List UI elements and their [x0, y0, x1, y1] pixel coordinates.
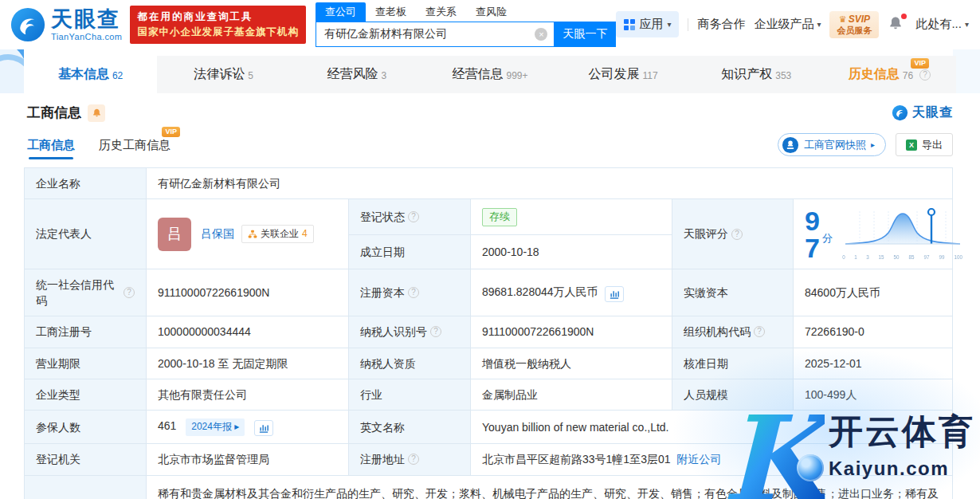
nearby-companies-link[interactable]: 附近公司 — [676, 453, 721, 466]
table-row: 营业期限 2000-10-18 至 无固定期限 纳税人资质 增值税一般纳税人 核… — [25, 348, 953, 379]
tab-history-info[interactable]: VIP 历史信息76 ? — [823, 56, 956, 93]
section-header: 工商信息 天眼查 — [24, 93, 956, 122]
header: 天眼查 TianYanCha.com 都在用的商业查询工具 国家中小企业发展子基… — [0, 0, 980, 49]
svip-sublabel: 会员服务 — [837, 26, 872, 36]
account-menu[interactable]: 此处有... ▾ — [915, 17, 969, 32]
notification-dot — [901, 14, 907, 19]
reg-number-label: 工商注册号 — [25, 316, 147, 348]
company-tabs: 基本信息62 法律诉讼5 经营风险3 经营信息999+ 公司发展117 知识产权… — [24, 56, 956, 93]
taxpayer-quality-value: 增值税一般纳税人 — [471, 348, 672, 379]
paid-capital-label: 实缴资本 — [672, 269, 794, 316]
reg-authority-value: 北京市市场监督管理局 — [147, 444, 349, 475]
tab-legal-litigation[interactable]: 法律诉讼5 — [157, 56, 290, 93]
tianyancha-logo[interactable]: 天眼查 TianYanCha.com — [10, 6, 122, 43]
table-row: 工商注册号 100000000034444 纳税人识别号? 9111000072… — [25, 316, 953, 348]
table-row: 企业名称 有研亿金新材料有限公司 — [25, 168, 953, 199]
approval-date-label: 核准日期 — [672, 348, 794, 379]
chevron-down-icon: ▾ — [965, 20, 969, 29]
legal-rep-link[interactable]: 吕保国 — [201, 226, 234, 242]
company-name-label: 企业名称 — [25, 168, 147, 199]
chevron-down-icon: ▾ — [817, 20, 821, 29]
subtab-actions: 工商官网快照 ▸ X 导出 — [778, 133, 953, 159]
help-icon[interactable]: ? — [754, 326, 765, 337]
reg-capital-value: 89681.828044万人民币 — [471, 269, 672, 316]
divider — [688, 18, 688, 31]
help-icon[interactable]: ? — [430, 326, 441, 337]
search-tab-relations[interactable]: 查关系 — [416, 2, 466, 22]
apps-menu[interactable]: 应用 ▾ — [616, 11, 679, 37]
notification-bell[interactable] — [888, 15, 907, 34]
score-axis-ticks: 01 315 5085 9799 100 — [842, 253, 963, 261]
org-code-value: 72266190-0 — [794, 316, 953, 348]
tab-operation-risk[interactable]: 经营风险3 — [290, 56, 423, 93]
search-input[interactable] — [316, 22, 555, 47]
slogan-badge: 都在用的商业查询工具 国家中小企业发展子基金旗下机构 — [130, 6, 306, 45]
vip-badge: VIP — [162, 127, 180, 137]
reg-capital-label: 注册资本? — [349, 269, 471, 316]
business-term-value: 2000-10-18 至 无固定期限 — [147, 348, 349, 379]
insured-value: 461 2024年报 ▸ — [147, 411, 349, 444]
apps-label: 应用 — [639, 17, 663, 32]
taxpayer-id-label: 纳税人识别号? — [349, 316, 471, 348]
paid-capital-value: 84600万人民币 — [794, 269, 953, 316]
business-term-label: 营业期限 — [25, 348, 147, 379]
stamp-icon — [782, 136, 799, 154]
help-icon[interactable]: ? — [919, 69, 931, 81]
search-button[interactable]: 天眼一下 — [554, 22, 616, 47]
banner-wave-decoration — [0, 49, 24, 93]
search-tab-boss[interactable]: 查老板 — [366, 2, 416, 22]
avatar[interactable]: 吕 — [158, 218, 191, 251]
business-scope-value: 稀有和贵金属材料及其合金和衍生产品的生产、研究、开发；浆料、机械电子产品的生产、… — [147, 475, 953, 499]
help-icon[interactable]: ? — [408, 211, 419, 222]
annual-report-badge[interactable]: 2024年报 ▸ — [186, 418, 245, 435]
related-companies-badge[interactable]: 关联企业 4 — [241, 225, 314, 243]
tab-intellectual-property[interactable]: 知识产权353 — [690, 56, 823, 93]
help-icon[interactable]: ? — [408, 454, 419, 465]
industry-label: 行业 — [349, 379, 471, 410]
org-code-label: 组织机构代码? — [672, 316, 794, 348]
score-value[interactable]: 97 — [805, 207, 820, 261]
logo-name: 天眼查 — [51, 9, 122, 30]
tab-business-info[interactable]: 经营信息999+ — [423, 56, 556, 93]
reg-number-value: 100000000034444 — [147, 316, 349, 348]
capital-trend-icon[interactable] — [605, 286, 624, 302]
table-row: 法定代表人 吕 吕保国 关联企业 — [25, 199, 953, 235]
subtab-business-info[interactable]: 工商信息 — [27, 138, 75, 159]
header-right-nav: 应用 ▾ 商务合作 企业级产品 ▾ ♛ SVIP 会员服务 此处有.. — [616, 11, 969, 38]
subscribe-bell-icon[interactable] — [88, 104, 105, 122]
reg-status-value: 存续 — [471, 199, 672, 235]
subtab-history-business-info[interactable]: VIP 历史工商信息 — [99, 138, 171, 159]
reg-address-label: 注册地址? — [349, 444, 471, 475]
help-icon[interactable]: ? — [123, 287, 135, 298]
company-type-value: 其他有限责任公司 — [147, 379, 349, 410]
svip-member-button[interactable]: ♛ SVIP 会员服务 — [829, 11, 879, 38]
search-tab-risk[interactable]: 查风险 — [466, 2, 516, 22]
slogan-line2: 国家中小企业发展子基金旗下机构 — [137, 25, 299, 40]
tab-basic-info[interactable]: 基本信息62 — [24, 56, 157, 93]
section-title: 工商信息 — [27, 104, 81, 122]
credit-code-value: 91110000722661900N — [147, 269, 349, 316]
english-name-label: 英文名称 — [349, 411, 471, 444]
official-snapshot-button[interactable]: 工商官网快照 ▸ — [778, 133, 886, 156]
search-tab-company[interactable]: 查公司 — [316, 2, 366, 22]
industry-value: 金属制品业 — [471, 379, 672, 410]
insured-trend-icon[interactable] — [254, 420, 273, 436]
excel-icon: X — [906, 139, 917, 151]
legal-rep-cell: 吕 吕保国 关联企业 4 — [147, 199, 349, 269]
enterprise-products-link[interactable]: 企业级产品 ▾ — [754, 17, 821, 32]
approval-date-value: 2025-12-01 — [794, 348, 953, 379]
slogan-line1: 都在用的商业查询工具 — [137, 10, 299, 25]
search-tabs: 查公司 查老板 查关系 查风险 — [316, 2, 617, 22]
tab-company-development[interactable]: 公司发展117 — [557, 56, 690, 93]
help-icon[interactable]: ? — [408, 287, 419, 298]
arrow-right-icon: ▸ — [871, 140, 875, 149]
help-icon[interactable]: ? — [731, 229, 743, 240]
apps-grid-icon — [624, 19, 635, 30]
biz-cooperation-link[interactable]: 商务合作 — [697, 17, 745, 32]
brand-name: 天眼查 — [912, 104, 953, 121]
company-type-label: 企业类型 — [25, 379, 147, 410]
export-button[interactable]: X 导出 — [896, 133, 953, 156]
svip-label: SVIP — [849, 14, 870, 25]
tianyancha-logo-icon — [892, 104, 908, 121]
logo-text: 天眼查 TianYanCha.com — [51, 9, 122, 41]
